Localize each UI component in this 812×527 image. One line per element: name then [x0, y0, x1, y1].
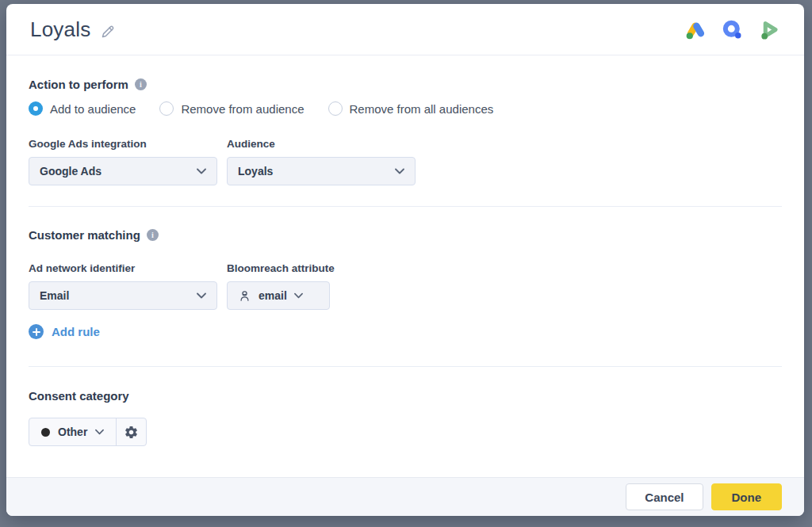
action-radio-group: Add to audience Remove from audience Rem… — [29, 101, 782, 116]
radio-label: Add to audience — [50, 102, 136, 116]
select-value: Email — [40, 289, 69, 302]
ad-network-identifier-label: Ad network identifier — [29, 262, 217, 274]
integration-field: Google Ads integration Google Ads — [29, 138, 217, 185]
audience-field: Audience Loyals — [227, 138, 416, 185]
bloomreach-attribute-field: Bloomreach attribute email — [227, 262, 416, 310]
section-divider — [29, 366, 782, 367]
chevron-down-icon — [197, 168, 206, 174]
done-button[interactable]: Done — [711, 483, 783, 510]
google-ads-icon — [684, 18, 707, 41]
section-divider — [29, 206, 782, 207]
select-value: Other — [58, 426, 87, 438]
radio-remove-from-all-audiences[interactable]: Remove from all audiences — [328, 101, 494, 116]
info-icon[interactable]: i — [135, 78, 147, 90]
google-ads-integration-select[interactable]: Google Ads — [29, 157, 217, 185]
radio-remove-from-audience[interactable]: Remove from audience — [159, 101, 304, 116]
select-value: Loyals — [238, 165, 273, 178]
consent-category-label: Consent category — [29, 389, 129, 403]
search-ads-360-icon — [721, 18, 744, 41]
radio-label: Remove from all audiences — [350, 102, 494, 116]
cancel-button[interactable]: Cancel — [626, 483, 703, 510]
header-icons — [684, 18, 780, 41]
ad-network-field: Ad network identifier Email — [29, 262, 217, 310]
chevron-down-icon — [395, 168, 404, 174]
matching-fields: Ad network identifier Email Bloomreach a… — [29, 262, 782, 310]
customer-matching-label: Customer matching — [29, 228, 140, 242]
action-to-perform-label: Action to perform — [29, 78, 128, 91]
integration-label: Google Ads integration — [29, 138, 217, 150]
gear-icon — [124, 425, 139, 440]
modal-footer: Cancel Done — [6, 477, 804, 516]
bloomreach-attribute-label: Bloomreach attribute — [227, 262, 416, 274]
modal-header: Loyals — [6, 4, 804, 55]
select-value: Google Ads — [40, 165, 102, 178]
page-title: Loyals — [30, 17, 90, 42]
modal-dialog: Loyals — [6, 4, 804, 516]
consent-dot-icon — [41, 428, 50, 437]
plus-circle-icon — [29, 324, 44, 339]
chevron-down-icon — [95, 429, 104, 435]
modal-body: Action to perform i Add to audience Remo… — [6, 55, 804, 477]
add-rule-button[interactable]: Add rule — [29, 324, 100, 339]
chevron-down-icon — [294, 292, 303, 299]
radio-selected-icon — [29, 101, 43, 116]
add-rule-label: Add rule — [52, 325, 100, 338]
select-value: email — [259, 289, 287, 302]
consent-category-select[interactable]: Other — [29, 418, 116, 445]
integration-audience-fields: Google Ads integration Google Ads Audien… — [29, 138, 782, 185]
title-wrap: Loyals — [30, 17, 117, 42]
consent-settings-button[interactable] — [117, 418, 146, 445]
customer-matching-header: Customer matching i — [29, 228, 782, 242]
action-section-header: Action to perform i — [29, 78, 782, 91]
radio-add-to-audience[interactable]: Add to audience — [29, 101, 136, 116]
info-icon[interactable]: i — [147, 229, 159, 241]
radio-unselected-icon — [328, 101, 343, 116]
radio-unselected-icon — [159, 101, 174, 116]
radio-label: Remove from audience — [181, 102, 304, 116]
bloomreach-attribute-select[interactable]: email — [227, 281, 330, 310]
edit-title-icon[interactable] — [100, 23, 117, 40]
chevron-down-icon — [197, 292, 206, 299]
audience-select[interactable]: Loyals — [227, 157, 416, 185]
consent-control: Other — [29, 418, 147, 446]
audience-label: Audience — [227, 138, 416, 150]
display-video-360-icon — [757, 18, 780, 41]
ad-network-identifier-select[interactable]: Email — [29, 281, 217, 310]
person-icon — [238, 289, 251, 303]
